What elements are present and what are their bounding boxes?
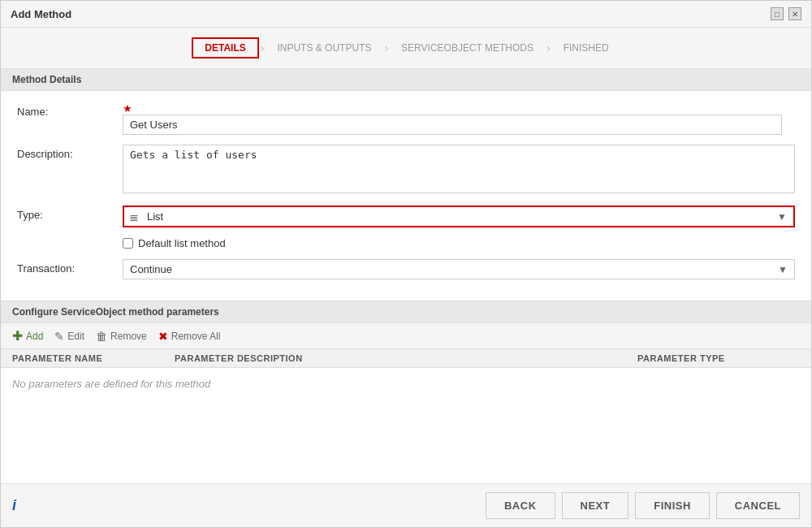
name-label: Name: [17,102,123,118]
dialog-title: Add Method [11,8,71,20]
add-button[interactable]: ✚ Add [12,328,43,344]
next-button[interactable]: NEXT [562,492,629,519]
method-details-header: Method Details [1,69,811,91]
back-button[interactable]: BACK [486,492,555,519]
col-param-name: PARAMETER NAME [12,353,175,363]
add-method-dialog: Add Method □ ✕ DETAILS › INPUTS & OUTPUT… [0,0,812,528]
type-label: Type: [17,206,123,221]
name-input[interactable] [123,115,782,135]
edit-button[interactable]: ✎ Edit [54,330,84,343]
table-header: PARAMETER NAME PARAMETER DESCRIPTION PAR… [1,349,811,368]
step-arrow-1: › [261,41,265,54]
transaction-row: Transaction: Continue ▼ [17,259,795,279]
default-list-label: Default list method [138,237,226,249]
edit-icon: ✎ [54,330,64,343]
description-label: Description: [17,145,123,160]
step-arrow-3: › [546,41,551,54]
col-param-desc: PARAMETER DESCRIPTION [175,353,637,363]
cancel-button[interactable]: CANCEL [716,492,800,519]
name-row: Name: ★ [17,102,795,135]
step-details[interactable]: DETAILS [192,37,258,58]
finish-button[interactable]: FINISH [635,492,710,519]
name-input-wrap: ★ [123,102,795,135]
form-area: Name: ★ Description: Gets a list of user… [1,91,811,301]
transaction-dropdown-arrow[interactable]: ▼ [771,264,794,275]
step-arrow-2: › [384,41,388,54]
main-content: Method Details Name: ★ Description: Get [1,69,811,527]
type-dropdown-arrow[interactable]: ▼ [771,211,793,223]
transaction-select-wrap: Continue ▼ [123,259,795,279]
transaction-select-text: Continue [123,260,771,279]
type-row: Type: ≣ List ▼ [17,206,795,227]
config-section-header: Configure ServiceObject method parameter… [1,301,811,323]
titlebar-controls: □ ✕ [771,7,801,20]
description-row: Description: Gets a list of users [17,145,795,196]
remove-all-button[interactable]: ✖ Remove All [158,330,221,343]
description-textarea[interactable]: Gets a list of users [123,145,795,193]
dialog-titlebar: Add Method □ ✕ [1,1,811,28]
dialog-footer: i BACK NEXT FINISH CANCEL [1,483,811,527]
default-list-row: Default list method [123,237,795,249]
table-body: No parameters are defined for this metho… [1,368,811,483]
info-icon: i [12,497,16,514]
step-finished[interactable]: FINISHED [552,39,620,57]
list-icon: ≣ [129,210,139,223]
add-icon: ✚ [12,328,23,344]
config-toolbar: ✚ Add ✎ Edit 🗑 Remove ✖ Remove All [1,323,811,349]
transaction-label: Transaction: [17,259,123,275]
transaction-select[interactable]: Continue ▼ [123,259,795,279]
close-button[interactable]: ✕ [788,7,801,20]
description-input-wrap: Gets a list of users [123,145,795,196]
step-serviceobject-methods[interactable]: SERVICEOBJECT METHODS [390,39,545,57]
required-star: ★ [123,102,132,115]
remove-icon: 🗑 [96,330,107,343]
default-list-checkbox[interactable] [123,238,133,249]
type-select-wrap: ≣ List ▼ [123,206,795,227]
remove-all-icon: ✖ [158,330,168,343]
step-inputs-outputs[interactable]: INPUTS & OUTPUTS [266,39,382,57]
footer-buttons: BACK NEXT FINISH CANCEL [486,492,800,519]
minimize-button[interactable]: □ [771,7,784,20]
type-select[interactable]: ≣ List ▼ [123,206,795,227]
remove-button[interactable]: 🗑 Remove [96,330,147,343]
wizard-steps: DETAILS › INPUTS & OUTPUTS › SERVICEOBJE… [1,28,811,69]
type-select-text: List [144,207,771,226]
col-param-type: PARAMETER TYPE [637,353,800,363]
